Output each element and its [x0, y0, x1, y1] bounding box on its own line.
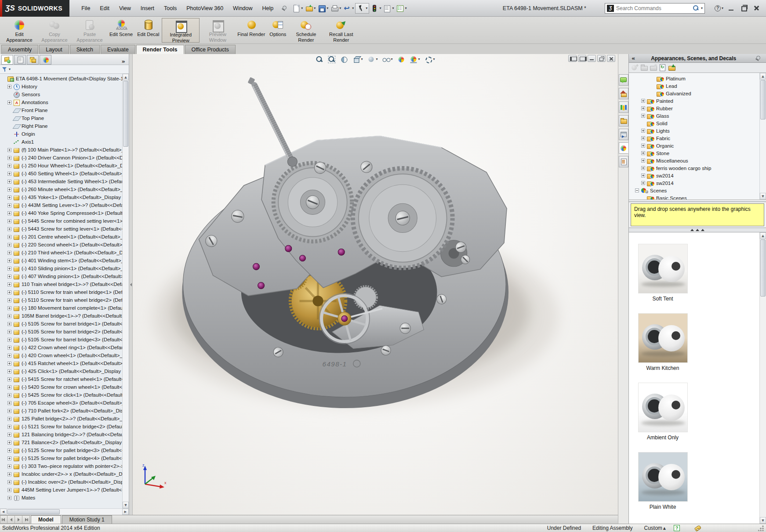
appearances-tree-item[interactable]: ferris wooden cargo ship [629, 164, 759, 172]
ribbon-button[interactable]: Paste Appearance [73, 18, 107, 43]
tree-expander-icon[interactable] [7, 243, 11, 247]
feature-panel-tab[interactable] [14, 55, 26, 65]
pin-icon[interactable] [280, 4, 288, 12]
feature-tree-item[interactable]: (-) 240 Driver Cannon Pinion<1> (Default… [0, 154, 122, 162]
tree-expander-icon[interactable] [7, 354, 11, 358]
pane-splitter[interactable] [629, 199, 766, 202]
feature-tree-item[interactable]: (-) 5425 Screw for click<1> (Default<<De… [0, 391, 122, 399]
feature-tree-hscrollbar[interactable]: ◀ ▶ [0, 508, 129, 515]
tree-expander-icon[interactable] [7, 472, 11, 476]
chevron-down-icon[interactable]: ▾ [391, 58, 392, 61]
tree-expander-icon[interactable] [7, 346, 11, 350]
task-pane-toolbar-icon[interactable] [650, 64, 657, 71]
feature-tree-scrollbar[interactable]: ▲ ▼ [122, 74, 129, 508]
feature-tree-item[interactable]: (-) 5125 Screw for pallet bridge<4> (Def… [0, 454, 122, 462]
appearances-tree-scrollbar[interactable]: ▲ ▼ [759, 73, 766, 199]
tree-expander-icon[interactable] [7, 314, 11, 318]
command-tab[interactable]: Assembly [1, 45, 38, 54]
tree-expander-icon[interactable] [641, 129, 645, 133]
tree-expander-icon[interactable] [641, 144, 645, 148]
feature-tree-item[interactable]: (-) 260 Minute wheel<1> (Default<<Defaul… [0, 185, 122, 193]
tree-expander-icon[interactable] [7, 464, 11, 468]
appearances-tree-item[interactable]: Platinum [629, 75, 759, 82]
feature-tree-item[interactable]: (-) 5420 Screw for crown wheel<1> (Defau… [0, 383, 122, 391]
hud-button[interactable]: ▾ [352, 55, 363, 64]
tree-expander-icon[interactable] [7, 401, 11, 405]
scene-item[interactable]: Warm Kitchen [638, 313, 688, 371]
graphics-viewport[interactable]: ▾ ▾ ▾ [133, 54, 618, 515]
menu-item[interactable]: Window [228, 3, 257, 14]
feature-tree-item[interactable]: (-) 425 Click<1> (Default<<Default>_Disp… [0, 367, 122, 375]
tree-expander-icon[interactable] [641, 114, 645, 118]
task-pane-toolbar-icon[interactable] [668, 64, 675, 71]
units-dropdown-icon[interactable]: ▲ [663, 526, 666, 530]
appearances-tree-item[interactable]: Glass [629, 112, 759, 119]
tree-expander-icon[interactable] [7, 180, 11, 184]
scenes-scrollbar[interactable]: ▲ ▼ [759, 232, 766, 524]
feature-tree-item[interactable]: 125 Pallet bridge<2>->? (Default<<Defaul… [0, 415, 122, 423]
feature-tree-item[interactable]: (-) 180 Movement barrel complete<1> (Def… [0, 304, 122, 312]
feature-tree-item[interactable]: Annotations [0, 98, 122, 106]
tree-expander-icon[interactable] [7, 369, 11, 373]
scene-thumbnail[interactable] [638, 383, 688, 432]
tree-expander-icon[interactable] [7, 496, 11, 500]
hud-button[interactable]: ▾ [367, 55, 378, 64]
prev-tab-button[interactable] [7, 515, 15, 524]
tree-expander-icon[interactable] [7, 298, 11, 302]
hud-button[interactable]: ▾ [327, 55, 336, 64]
scroll-down-icon[interactable]: ▼ [123, 502, 129, 508]
ribbon-button[interactable]: Preview Window [200, 18, 235, 43]
feature-tree-item[interactable]: (-) 220 Second wheel<1> (Default<<Defaul… [0, 241, 122, 249]
feature-tree-item[interactable]: (-) 5415 Screw for ratchet wheel<1> (Def… [0, 375, 122, 383]
chevron-down-icon[interactable]: ▾ [301, 7, 303, 10]
tree-expander-icon[interactable] [7, 425, 11, 429]
tree-expander-icon[interactable] [641, 181, 645, 185]
feature-tree-item[interactable]: (-) 710 Pallet fork<2> (Default<<Default… [0, 407, 122, 415]
panel-expand-icon[interactable]: » [120, 58, 127, 65]
tree-expander-icon[interactable] [7, 377, 11, 381]
tree-expander-icon[interactable] [7, 188, 11, 192]
tree-expander-icon[interactable] [7, 101, 11, 105]
status-units[interactable]: Custom [644, 525, 662, 531]
feature-tree-item[interactable]: (-) 5121 Screw for balance bridge<2> (De… [0, 423, 122, 431]
pane-splitter-handle[interactable] [629, 228, 766, 232]
tree-expander-icon[interactable] [7, 211, 11, 215]
feature-tree-item[interactable]: Right Plane [0, 122, 122, 130]
chevron-down-icon[interactable]: ▾ [366, 7, 367, 10]
tree-expander-icon[interactable] [7, 251, 11, 255]
scroll-up-icon[interactable]: ▲ [760, 73, 766, 80]
feature-tree-item[interactable]: 110 Train wheel bridge<1>->? (Default<<D… [0, 280, 122, 288]
ribbon-button[interactable]: Edit Decal [135, 18, 161, 43]
scrollbar-thumb[interactable] [123, 81, 128, 147]
last-tab-button[interactable] [22, 515, 30, 524]
command-tab[interactable]: Office Products [185, 45, 236, 54]
ribbon-button[interactable]: Edit Appearance [2, 18, 36, 43]
feature-panel-tab[interactable] [1, 55, 13, 65]
ribbon-button[interactable]: Schedule Render [289, 18, 323, 43]
tree-expander-icon[interactable] [7, 85, 11, 89]
scroll-up-icon[interactable]: ▲ [760, 232, 766, 239]
viewport-window-button[interactable] [588, 55, 596, 62]
chevron-down-icon[interactable]: ▾ [327, 7, 328, 10]
viewport-window-button[interactable] [597, 55, 606, 62]
hud-button[interactable]: ▾ [315, 55, 324, 64]
tree-expander-icon[interactable] [7, 267, 11, 271]
task-pane-toolbar-icon[interactable] [631, 64, 639, 71]
feature-tree-item[interactable]: (-) Incabloc over<2> (Default<<Default>_… [0, 478, 122, 486]
quickbar-button[interactable]: ▾ [382, 4, 395, 13]
tree-expander-icon[interactable] [641, 99, 645, 103]
tree-expander-icon[interactable] [635, 188, 639, 192]
appearances-tree-item[interactable]: Rubber [629, 105, 759, 112]
tree-expander-icon[interactable] [7, 156, 11, 160]
feature-tree-item[interactable]: Sensors [0, 90, 122, 98]
scroll-up-icon[interactable]: ▲ [123, 74, 129, 80]
feature-tree-item[interactable]: (-) 401 Winding stem<1> (Default<<Defaul… [0, 257, 122, 264]
appearances-tree-item[interactable]: Basic Scenes [629, 194, 759, 199]
minimize-button[interactable] [726, 4, 736, 12]
search-dropdown-icon[interactable]: ▾ [701, 7, 703, 10]
search-icon[interactable] [693, 5, 699, 11]
pin-icon[interactable] [754, 54, 762, 62]
appearances-tree-item[interactable]: Painted [629, 97, 759, 105]
feature-tree-item[interactable]: 721 Balance<2> (Default<<Default>_Displa… [0, 438, 122, 446]
task-pane-tab[interactable] [619, 156, 628, 167]
